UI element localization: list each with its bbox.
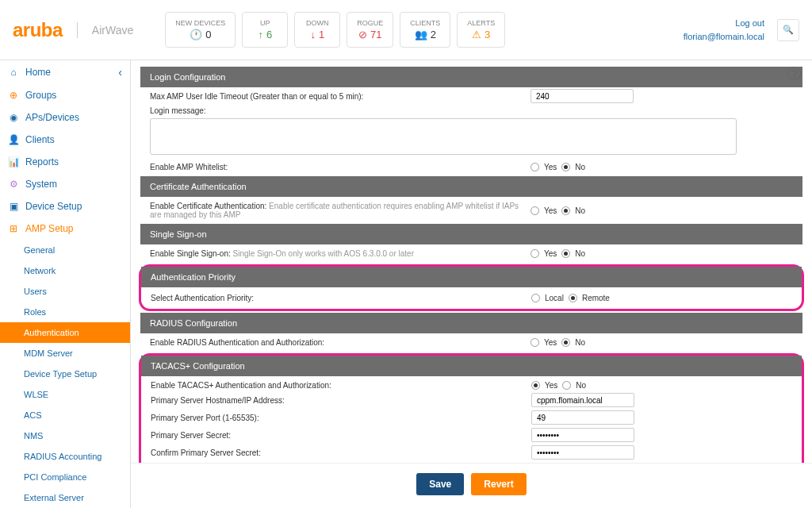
whitelist-yes-radio[interactable] <box>530 163 539 171</box>
stat-label: ALERTS <box>467 19 495 27</box>
search-button[interactable]: 🔍 <box>777 19 799 41</box>
stat-down[interactable]: DOWN ↓1 <box>294 12 340 48</box>
gear-icon: ⚙ <box>8 179 19 190</box>
home-icon: ⌂ <box>8 67 19 78</box>
sidebar-item-label: AMP Setup <box>25 223 73 234</box>
sidebar-item-aps[interactable]: ◉APs/Devices <box>0 106 130 129</box>
product-name: AirWave <box>92 24 133 37</box>
confirm-primary-secret-input[interactable] <box>531 445 634 460</box>
sso-no-radio[interactable] <box>561 249 570 258</box>
stat-alerts[interactable]: ALERTS ⚠3 <box>457 12 505 48</box>
primary-secret-label: Primary Server Secret: <box>151 431 531 440</box>
idle-timeout-input[interactable] <box>530 89 634 103</box>
sidebar-item-device-setup[interactable]: ▣Device Setup <box>0 195 130 217</box>
users-icon: 👤 <box>8 134 19 145</box>
login-message-textarea[interactable] <box>150 118 737 155</box>
sidebar-sub-roles[interactable]: Roles <box>0 302 130 322</box>
sidebar-sub-acs[interactable]: ACS <box>0 405 130 425</box>
device-icon: ◉ <box>8 112 19 123</box>
sidebar-sub-wlse[interactable]: WLSE <box>0 384 130 405</box>
sidebar-item-label: Home <box>25 67 51 78</box>
setup-icon: ▣ <box>8 201 19 212</box>
section-tacacs: TACACS+ Configuration <box>141 356 802 376</box>
sso-yes-radio[interactable] <box>530 249 539 258</box>
amp-icon: ⊞ <box>8 223 19 234</box>
sso-label: Enable Single Sign-on: Single Sign-On on… <box>150 249 530 258</box>
auth-priority-label: Select Authentication Priority: <box>151 294 531 302</box>
sidebar-sub-radius-acct[interactable]: RADIUS Accounting <box>0 446 130 467</box>
primary-port-input[interactable] <box>531 410 634 425</box>
user-email[interactable]: florian@flomain.local <box>684 30 764 44</box>
sidebar-sub-network[interactable]: Network <box>0 260 130 281</box>
sidebar-item-clients[interactable]: 👤Clients <box>0 129 130 151</box>
sidebar-sub-external[interactable]: External Server <box>0 487 130 508</box>
tacacs-yes-radio[interactable] <box>531 381 540 390</box>
stat-label: ROGUE <box>357 19 383 27</box>
tacacs-no-radio[interactable] <box>562 381 571 390</box>
section-sso: Single Sign-on <box>140 224 802 244</box>
idle-timeout-label: Max AMP User Idle Timeout (Greater than … <box>150 92 530 101</box>
alert-icon: ⚠ <box>472 29 481 40</box>
sidebar-item-amp-setup[interactable]: ⊞AMP Setup <box>0 217 130 240</box>
stat-rogue[interactable]: ROGUE ⊘71 <box>347 12 393 48</box>
stat-label: NEW DEVICES <box>175 19 225 27</box>
divider <box>77 22 78 38</box>
sidebar: ⌂ Home ‹ ⊕Groups ◉APs/Devices 👤Clients 📊… <box>0 60 131 508</box>
sidebar-sub-pci[interactable]: PCI Compliance <box>0 467 130 487</box>
section-cert-auth: Certificate Authentication <box>140 176 802 197</box>
wifi-icon: ⊕ <box>8 90 19 101</box>
radius-no-radio[interactable] <box>561 338 570 347</box>
sidebar-item-groups[interactable]: ⊕Groups <box>0 84 130 106</box>
section-auth-priority: Authentication Priority <box>141 267 802 287</box>
login-message-label: Login message: <box>150 106 530 115</box>
sidebar-item-system[interactable]: ⚙System <box>0 173 130 195</box>
users-icon: 👥 <box>415 29 427 40</box>
chart-icon: 📊 <box>8 156 19 167</box>
sidebar-item-home[interactable]: ⌂ Home ‹ <box>0 60 130 84</box>
priority-remote-radio[interactable] <box>569 294 577 302</box>
stat-new-devices[interactable]: NEW DEVICES 🕐0 <box>165 12 236 48</box>
radius-yes-radio[interactable] <box>530 338 539 347</box>
whitelist-no-radio[interactable] <box>561 163 570 171</box>
stat-clients[interactable]: CLIENTS 👥2 <box>400 12 450 48</box>
cert-no-radio[interactable] <box>561 206 570 215</box>
stat-up[interactable]: UP ↑6 <box>242 12 288 48</box>
section-radius: RADIUS Configuration <box>140 313 802 333</box>
sidebar-item-label: Device Setup <box>25 201 82 212</box>
stat-label: DOWN <box>304 19 330 27</box>
primary-host-input[interactable] <box>531 393 634 407</box>
main-panel: ? Login Configuration Max AMP User Idle … <box>131 60 812 508</box>
save-button[interactable]: Save <box>416 473 464 495</box>
cert-yes-radio[interactable] <box>530 206 539 215</box>
enable-whitelist-label: Enable AMP Whitelist: <box>150 163 530 171</box>
sidebar-sub-authentication[interactable]: Authentication <box>0 322 130 343</box>
highlight-auth-priority: Authentication Priority Select Authentic… <box>139 264 804 311</box>
radius-enable-label: Enable RADIUS Authentication and Authori… <box>150 338 530 347</box>
sidebar-sub-nms[interactable]: NMS <box>0 425 130 446</box>
sidebar-sub-device-type[interactable]: Device Type Setup <box>0 364 130 384</box>
sidebar-sub-mdm[interactable]: MDM Server <box>0 343 130 364</box>
help-icon[interactable]: ? <box>787 67 801 80</box>
priority-local-radio[interactable] <box>531 294 540 302</box>
section-login-config: Login Configuration <box>140 67 802 87</box>
footer-buttons: Save Revert <box>131 463 812 508</box>
sidebar-sub-general[interactable]: General <box>0 240 130 260</box>
sidebar-item-label: Reports <box>25 156 59 167</box>
primary-secret-input[interactable] <box>531 428 634 442</box>
clock-icon: 🕐 <box>190 29 202 40</box>
top-header: aruba AirWave NEW DEVICES 🕐0 UP ↑6 DOWN … <box>0 0 812 60</box>
stats-row: NEW DEVICES 🕐0 UP ↑6 DOWN ↓1 ROGUE ⊘71 C… <box>165 12 505 48</box>
revert-button[interactable]: Revert <box>471 473 526 495</box>
sidebar-sub-users[interactable]: Users <box>0 281 130 302</box>
sidebar-item-reports[interactable]: 📊Reports <box>0 151 130 173</box>
cert-auth-label: Enable Certificate Authentication: Enabl… <box>150 202 530 219</box>
user-area: Log out florian@flomain.local <box>684 17 764 43</box>
arrow-down-icon: ↓ <box>310 29 316 40</box>
sidebar-item-label: System <box>25 179 57 190</box>
chevron-left-icon[interactable]: ‹ <box>118 66 122 79</box>
primary-port-label: Primary Server Port (1-65535): <box>151 414 531 422</box>
logout-link[interactable]: Log out <box>684 17 764 30</box>
primary-host-label: Primary Server Hostname/IP Address: <box>151 396 531 405</box>
stat-label: UP <box>252 19 278 27</box>
stat-label: CLIENTS <box>410 19 440 27</box>
